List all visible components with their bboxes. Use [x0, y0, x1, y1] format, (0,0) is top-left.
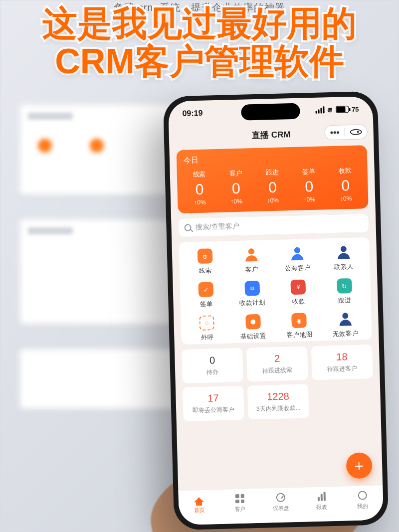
signal-icon: [315, 106, 324, 113]
grid-item-签单[interactable]: ✓签单: [183, 281, 229, 309]
today-card: 今日 线索0↑0%客户0↑0%跟进0↑0%签单0↑0%收款0↓0%: [177, 145, 369, 213]
grid-icon: [243, 247, 259, 263]
stat-tiles: 0待办2待跟进线索18待跟进客户17即将丢公海客户12283天内到期收款...: [182, 345, 374, 421]
tile-1[interactable]: 2待跟进线索: [246, 346, 308, 381]
more-button[interactable]: •••: [325, 125, 345, 140]
fab-add-button[interactable]: ＋: [346, 452, 373, 479]
grid4-icon: [234, 493, 246, 505]
grid-item-跟进[interactable]: ↻跟进: [321, 278, 368, 305]
grid-icon: ⧈: [244, 281, 260, 296]
grid-item-联系人[interactable]: 联系人: [320, 244, 367, 272]
bars-icon: [316, 491, 328, 502]
search-input[interactable]: 搜索/查重客户: [178, 213, 369, 237]
grid-icon: [290, 246, 305, 261]
grid-item-基础设置[interactable]: ⬢基础设置: [230, 314, 277, 341]
grid-item-公海客户[interactable]: 公海客户: [274, 246, 321, 273]
grid-item-收款计划[interactable]: ⧈收款计划: [229, 280, 276, 308]
grid-item-客户地图[interactable]: ◉客户地图: [276, 313, 323, 340]
home-icon: [194, 494, 205, 506]
grid-item-客户[interactable]: 客户: [228, 247, 275, 274]
bottom-nav: 首页客户仪表盘报表我的: [178, 485, 384, 526]
grid-icon: ◉: [291, 313, 307, 328]
grid-item-无效客户[interactable]: 无效客户: [322, 311, 369, 339]
nav-我的[interactable]: 我的: [342, 486, 384, 517]
today-col-4[interactable]: 收款0↓0%: [327, 166, 364, 202]
grid-icon: ¥: [291, 279, 306, 295]
gauge-icon: [275, 492, 287, 504]
phone-screen: 09:19 ⋐ 75 直播 CRM ••• 今日 线索0↑0%客户0↑0%跟进0…: [168, 96, 384, 525]
close-button[interactable]: [345, 125, 367, 139]
tile-4[interactable]: 12283天内到期收款...: [247, 384, 309, 419]
phone-frame: 09:19 ⋐ 75 直播 CRM ••• 今日 线索0↑0%客户0↑0%跟进0…: [163, 91, 389, 531]
nav-报表[interactable]: 报表: [301, 487, 343, 518]
today-col-1[interactable]: 客户0↑0%: [217, 169, 255, 205]
grid-icon: ⬢: [245, 314, 261, 330]
grid-item-外呼[interactable]: ○外呼: [184, 315, 230, 342]
grid-icon: ✓: [199, 282, 214, 297]
top-caption: 免费 crm 系统，提升企业效率的神器: [0, 1, 399, 14]
face-icon: [357, 490, 368, 501]
grid-icon: [338, 312, 353, 327]
tile-2[interactable]: 18待跟进客户: [311, 345, 373, 380]
app-title: 直播 CRM: [252, 129, 291, 141]
status-time: 09:19: [182, 109, 202, 118]
miniprogram-controls: •••: [324, 124, 368, 140]
battery-icon: [336, 106, 349, 113]
battery-pct: 75: [352, 105, 359, 113]
grid-icon: [336, 245, 351, 260]
search-placeholder: 搜索/查重客户: [195, 222, 239, 232]
today-col-0[interactable]: 线索0↑0%: [181, 170, 218, 206]
grid-icon: ○: [199, 315, 214, 331]
today-col-3[interactable]: 签单0↑0%: [290, 167, 328, 203]
app-header: 直播 CRM •••: [169, 121, 374, 149]
nav-首页[interactable]: 首页: [178, 490, 220, 521]
search-icon: [184, 224, 191, 231]
grid-item-收款[interactable]: ¥收款: [275, 279, 322, 307]
tile-0[interactable]: 0待办: [182, 348, 243, 383]
tile-3[interactable]: 17即将丢公海客户: [183, 386, 244, 421]
today-col-2[interactable]: 跟进0↑0%: [254, 168, 291, 204]
wifi-icon: ⋐: [327, 106, 333, 113]
grid-item-线索[interactable]: ʊ线索: [182, 248, 229, 275]
nav-客户[interactable]: 客户: [219, 489, 261, 520]
notch: [241, 103, 300, 121]
nav-仪表盘[interactable]: 仪表盘: [260, 488, 302, 519]
grid-icon: ↻: [337, 278, 352, 294]
app-grid-card: ʊ线索客户公海客户联系人✓签单⧈收款计划¥收款↻跟进○外呼⬢基础设置◉客户地图无…: [179, 237, 372, 345]
grid-icon: ʊ: [198, 248, 213, 264]
